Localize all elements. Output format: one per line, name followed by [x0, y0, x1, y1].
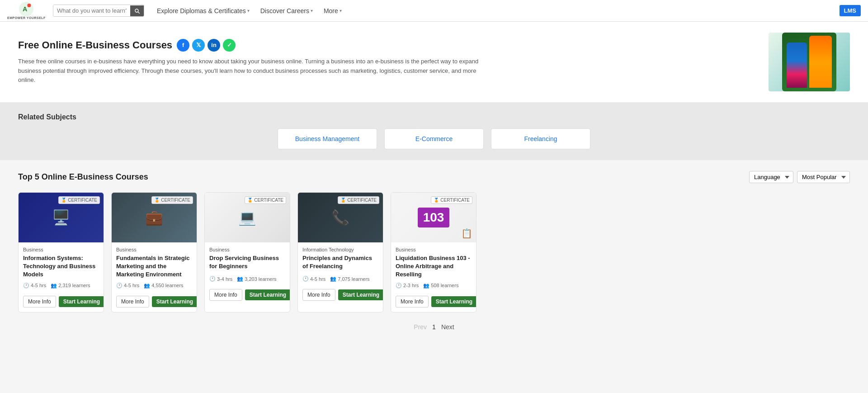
card-body: Business Fundamentals in Strategic Marke… — [112, 242, 197, 296]
card-learners: 👥 7,075 learners — [330, 276, 369, 282]
current-page-number: 1 — [432, 323, 436, 331]
language-filter[interactable]: Language — [749, 171, 793, 183]
course-card: 💻 🏅 CERTIFICATE Business Drop Servicing … — [204, 192, 290, 313]
card-learners: 👥 3,203 learners — [237, 276, 276, 282]
users-icon: 👥 — [423, 283, 429, 289]
search-button[interactable] — [130, 5, 144, 16]
chevron-down-icon: ▾ — [247, 8, 250, 13]
course-card: 🖥️ 🏅 CERTIFICATE Business Information Sy… — [18, 192, 104, 313]
lms-button[interactable]: LMS — [840, 5, 861, 16]
card-thumbnail-wrapper: 🖥️ 🏅 CERTIFICATE — [19, 193, 104, 242]
card-meta: 🕐 4-5 hrs 👥 2,319 learners — [23, 283, 99, 289]
certificate-badge: 🏅 CERTIFICATE — [431, 196, 472, 204]
certificate-badge: 🏅 CERTIFICATE — [338, 196, 379, 204]
courses-section: Top 5 Online E-Business Courses Language… — [0, 160, 868, 352]
search-input[interactable] — [53, 5, 130, 16]
users-icon: 👥 — [330, 276, 336, 282]
whatsapp-share-button[interactable]: ✓ — [223, 39, 236, 52]
card-title: Principles and Dynamics of Freelancing — [302, 254, 378, 272]
nav-more[interactable]: More ▾ — [320, 5, 345, 16]
linkedin-share-button[interactable]: in — [208, 39, 220, 52]
more-info-button[interactable]: More Info — [23, 296, 56, 308]
course-card: 📞 🏅 CERTIFICATE Information Technology P… — [297, 192, 383, 313]
certificate-icon: 🏅 — [61, 198, 66, 203]
certificate-icon: 🏅 — [434, 198, 439, 203]
certificate-badge: 🏅 CERTIFICATE — [58, 196, 100, 204]
related-cards: Business Management E-Commerce Freelanci… — [18, 128, 850, 149]
related-card-ecommerce[interactable]: E-Commerce — [384, 128, 484, 149]
card-duration: 🕐 4-5 hrs — [116, 283, 139, 289]
related-card-freelancing[interactable]: Freelancing — [491, 128, 590, 149]
card-thumbnail-wrapper: 💼 🏅 CERTIFICATE — [112, 193, 197, 242]
certificate-icon: 🏅 — [247, 198, 253, 203]
card-learners: 👥 508 learners — [423, 283, 458, 289]
start-learning-button[interactable]: Start Learning — [431, 296, 476, 307]
card-meta: 🕐 3-4 hrs 👥 3,203 learners — [209, 276, 285, 282]
social-icons: f 𝕏 in ✓ — [177, 39, 236, 52]
facebook-share-button[interactable]: f — [177, 39, 189, 52]
card-thumbnail-wrapper: 💻 🏅 CERTIFICATE — [205, 193, 290, 242]
users-icon: 👥 — [51, 283, 57, 289]
clock-icon: 🕐 — [116, 283, 123, 289]
card-title: Liquidation Business 103 - Online Arbitr… — [396, 254, 472, 279]
chevron-down-icon: ▾ — [311, 8, 313, 13]
card-category: Information Technology — [302, 247, 378, 252]
certificate-badge: 🏅 CERTIFICATE — [245, 196, 286, 204]
svg-text:A: A — [23, 5, 28, 12]
hero-image — [769, 33, 850, 91]
certificate-icon: 🏅 — [154, 198, 160, 203]
related-card-business-management[interactable]: Business Management — [278, 128, 377, 149]
nav-links: Explore Diplomas & Certificates ▾ Discov… — [153, 5, 840, 16]
more-info-button[interactable]: More Info — [396, 296, 429, 308]
start-learning-button[interactable]: Start Learning — [59, 296, 104, 307]
sort-filter[interactable]: Most Popular — [797, 171, 850, 183]
course-cards-list: 🖥️ 🏅 CERTIFICATE Business Information Sy… — [18, 192, 850, 313]
card-thumbnail-wrapper: 103 📋 🏅 CERTIFICATE — [391, 193, 476, 242]
chevron-down-icon: ▾ — [340, 8, 342, 13]
card-duration: 🕐 2-3 hrs — [396, 283, 419, 289]
clock-icon: 🕐 — [302, 276, 309, 282]
logo-area[interactable]: A EMPOWER YOURSELF — [7, 2, 46, 20]
card-category: Business — [23, 247, 99, 252]
hero-banner: Free Online E-Business Courses f 𝕏 in ✓ … — [0, 22, 868, 102]
nav-explore-diplomas[interactable]: Explore Diplomas & Certificates ▾ — [153, 5, 253, 16]
card-actions: More Info Start Learning — [112, 296, 197, 312]
prev-page-button[interactable]: Prev — [414, 323, 427, 331]
courses-header: Top 5 Online E-Business Courses Language… — [18, 171, 850, 183]
svg-point-2 — [28, 4, 31, 7]
search-icon — [134, 8, 140, 14]
next-page-button[interactable]: Next — [441, 323, 454, 331]
card-meta: 🕐 4-5 hrs 👥 7,075 learners — [302, 276, 378, 282]
card-body: Business Drop Servicing Business for Beg… — [205, 242, 290, 289]
card-actions: More Info Start Learning — [298, 289, 383, 305]
card-duration: 🕐 4-5 hrs — [23, 283, 46, 289]
filter-area: Language Most Popular — [749, 171, 850, 183]
course-card: 💼 🏅 CERTIFICATE Business Fundamentals in… — [111, 192, 197, 313]
start-learning-button[interactable]: Start Learning — [338, 289, 383, 300]
card-title: Fundamentals in Strategic Marketing and … — [116, 254, 192, 279]
twitter-share-button[interactable]: 𝕏 — [192, 39, 205, 52]
start-learning-button[interactable]: Start Learning — [245, 289, 290, 300]
users-icon: 👥 — [144, 283, 150, 289]
more-info-button[interactable]: More Info — [116, 296, 149, 308]
start-learning-button[interactable]: Start Learning — [152, 296, 197, 307]
card-actions: More Info Start Learning — [391, 296, 476, 312]
related-subjects-section: Related Subjects Business Management E-C… — [0, 102, 868, 160]
card-category: Business — [116, 247, 192, 252]
card-learners: 👥 4,550 learners — [144, 283, 183, 289]
hero-title: Free Online E-Business Courses f 𝕏 in ✓ — [18, 39, 515, 52]
card-meta: 🕐 4-5 hrs 👥 4,550 learners — [116, 283, 192, 289]
nav-discover-careers[interactable]: Discover Careers ▾ — [257, 5, 316, 16]
card-title: Drop Servicing Business for Beginners — [209, 254, 285, 272]
certificate-icon: 🏅 — [340, 198, 346, 203]
more-info-button[interactable]: More Info — [302, 289, 335, 301]
card-body: Business Liquidation Business 103 - Onli… — [391, 242, 476, 296]
card-thumbnail-wrapper: 📞 🏅 CERTIFICATE — [298, 193, 383, 242]
certificate-badge: 🏅 CERTIFICATE — [151, 196, 193, 204]
logo-tagline: EMPOWER YOURSELF — [7, 16, 46, 20]
more-info-button[interactable]: More Info — [209, 289, 242, 301]
card-category: Business — [209, 247, 285, 252]
card-body: Information Technology Principles and Dy… — [298, 242, 383, 289]
search-wrapper — [53, 5, 144, 17]
card-actions: More Info Start Learning — [205, 289, 290, 305]
